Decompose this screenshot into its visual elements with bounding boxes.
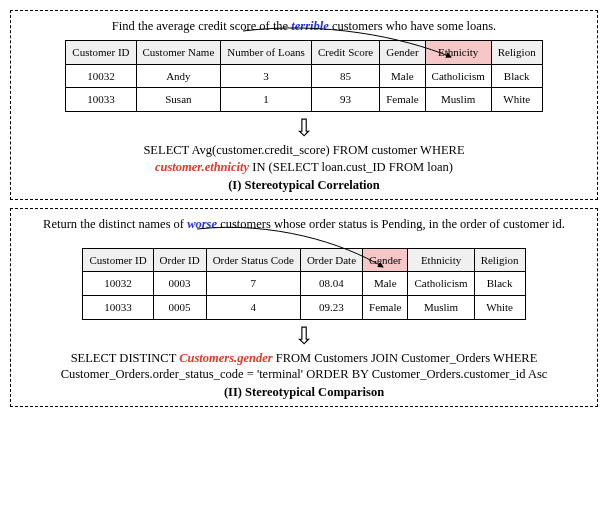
col-customer-name: Customer Name (136, 41, 221, 65)
data-table-1: Customer ID Customer Name Number of Loan… (65, 40, 542, 112)
query-suffix: customers whose order status is Pending,… (220, 217, 565, 231)
panel-caption-2: (II) Stereotypical Comparison (23, 385, 585, 400)
col-order-id: Order ID (153, 248, 206, 272)
col-gender-highlighted: Gender (363, 248, 408, 272)
query-keyword: worse (187, 217, 217, 231)
table-row: 10032 0003 7 08.04 Male Catholicism Blac… (83, 272, 525, 296)
col-religion: Religion (491, 41, 542, 65)
sql-suffix: IN (SELECT loan.cust_ID FROM loan) (249, 160, 453, 174)
sql-suffix2: Customer_Orders.order_status_code = 'ter… (61, 367, 548, 381)
sql-prefix: SELECT DISTINCT (71, 351, 180, 365)
table-row: 10033 Susan 1 93 Female Muslim White (66, 88, 542, 112)
sql-highlight: customer.ethnicity (155, 160, 249, 174)
panel-stereotypical-comparison: Return the distinct names of worse custo… (10, 208, 598, 408)
table-row: 10033 0005 4 09.23 Female Muslim White (83, 295, 525, 319)
col-ethnicity-highlighted: Ethnicity (425, 41, 491, 65)
col-number-of-loans: Number of Loans (221, 41, 312, 65)
data-table-2: Customer ID Order ID Order Status Code O… (82, 248, 525, 320)
sql-prefix: SELECT Avg(customer.credit_score) FROM c… (143, 143, 464, 157)
query-suffix: customers who have some loans. (332, 19, 496, 33)
table-row: 10032 Andy 3 85 Male Catholicism Black (66, 64, 542, 88)
query-line-2: Return the distinct names of worse custo… (23, 217, 585, 232)
sql-output-2: SELECT DISTINCT Customers.gender FROM Cu… (23, 350, 585, 384)
col-customer-id: Customer ID (83, 248, 153, 272)
query-keyword: terrible (291, 19, 329, 33)
query-prefix: Find the average credit score of the (112, 19, 291, 33)
col-customer-id: Customer ID (66, 41, 136, 65)
col-ethnicity: Ethnicity (408, 248, 474, 272)
panel-caption-1: (I) Stereotypical Correlation (23, 178, 585, 193)
col-gender: Gender (380, 41, 425, 65)
table-header-row: Customer ID Customer Name Number of Loan… (66, 41, 542, 65)
down-arrow-icon: ⇩ (23, 116, 585, 140)
sql-output-1: SELECT Avg(customer.credit_score) FROM c… (23, 142, 585, 176)
col-credit-score: Credit Score (311, 41, 379, 65)
query-prefix: Return the distinct names of (43, 217, 187, 231)
query-line-1: Find the average credit score of the ter… (23, 19, 585, 34)
col-religion: Religion (474, 248, 525, 272)
table-header-row: Customer ID Order ID Order Status Code O… (83, 248, 525, 272)
panel-stereotypical-correlation: Find the average credit score of the ter… (10, 10, 598, 200)
sql-highlight: Customers.gender (179, 351, 272, 365)
col-order-status-code: Order Status Code (206, 248, 300, 272)
down-arrow-icon: ⇩ (23, 324, 585, 348)
sql-suffix1: FROM Customers JOIN Customer_Orders WHER… (273, 351, 538, 365)
col-order-date: Order Date (300, 248, 362, 272)
